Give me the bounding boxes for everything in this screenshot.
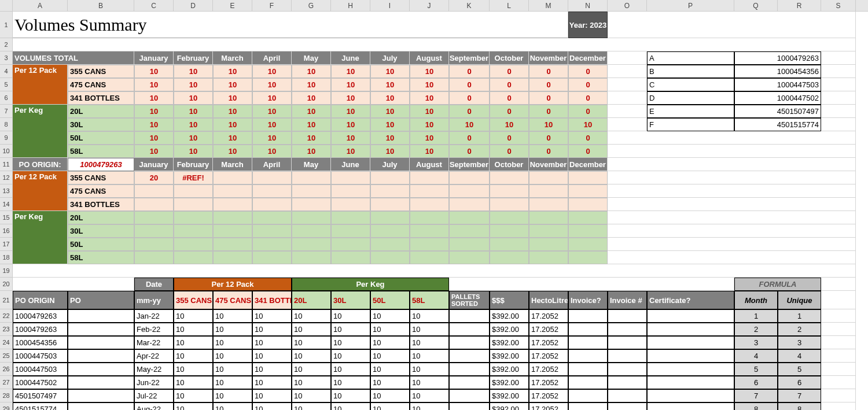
data-cell[interactable]: 17.2052 <box>529 323 568 336</box>
data-cell[interactable]: 4501507497 <box>13 389 68 402</box>
data-cell[interactable]: 10 <box>410 309 449 323</box>
data-cell[interactable]: 10 <box>252 402 292 410</box>
data-cell[interactable]: 10 <box>292 389 331 402</box>
data-cell[interactable] <box>68 363 134 376</box>
data-cell[interactable]: 10 <box>292 309 331 323</box>
data-cell[interactable]: 10 <box>292 349 331 363</box>
data-cell[interactable]: Jan-22 <box>134 309 174 323</box>
row-header-28[interactable]: 28 <box>0 389 13 402</box>
data-cell[interactable]: 10 <box>213 349 252 363</box>
data-cell[interactable]: 10 <box>292 402 331 410</box>
data-cell[interactable]: 10 <box>252 323 292 336</box>
data-cell[interactable]: 10 <box>252 376 292 389</box>
data-cell[interactable]: $392.00 <box>490 363 529 376</box>
data-cell[interactable]: 10 <box>410 349 449 363</box>
data-cell[interactable]: 17.2052 <box>529 376 568 389</box>
data-cell[interactable]: $392.00 <box>490 323 529 336</box>
data-cell[interactable] <box>608 376 647 389</box>
data-cell[interactable]: 10 <box>331 336 370 349</box>
data-cell[interactable]: 17.2052 <box>529 402 568 410</box>
row-header-4[interactable]: 4 <box>0 65 13 78</box>
data-cell[interactable] <box>68 349 134 363</box>
data-cell[interactable]: 10 <box>292 336 331 349</box>
data-cell[interactable] <box>449 349 490 363</box>
col-header-F[interactable]: F <box>252 0 292 11</box>
col-header-H[interactable]: H <box>331 0 370 11</box>
data-cell[interactable]: 10 <box>370 349 410 363</box>
data-cell[interactable]: 10 <box>292 363 331 376</box>
col-header-I[interactable]: I <box>370 0 410 11</box>
row-header-17[interactable]: 17 <box>0 238 13 251</box>
row-header-21[interactable]: 21 <box>0 291 13 309</box>
data-cell[interactable] <box>68 309 134 323</box>
data-cell[interactable]: 10 <box>331 309 370 323</box>
data-cell[interactable]: 10 <box>213 336 252 349</box>
col-header-P[interactable]: P <box>647 0 734 11</box>
data-cell[interactable]: Jun-22 <box>134 376 174 389</box>
data-cell[interactable] <box>449 336 490 349</box>
col-header-O[interactable]: O <box>608 0 647 11</box>
data-cell[interactable]: 10 <box>331 323 370 336</box>
data-cell[interactable]: 10 <box>292 376 331 389</box>
data-cell[interactable] <box>449 309 490 323</box>
data-cell[interactable]: 10 <box>252 309 292 323</box>
row-header-15[interactable]: 15 <box>0 211 13 224</box>
data-cell[interactable] <box>647 389 734 402</box>
data-cell[interactable]: 10 <box>174 376 213 389</box>
col-header-Q[interactable]: Q <box>734 0 778 11</box>
data-cell[interactable]: 10 <box>174 363 213 376</box>
data-cell[interactable]: 10 <box>410 402 449 410</box>
col-header-C[interactable]: C <box>134 0 174 11</box>
row-header-8[interactable]: 8 <box>0 118 13 131</box>
data-cell[interactable] <box>647 402 734 410</box>
data-cell[interactable]: Apr-22 <box>134 349 174 363</box>
data-cell[interactable]: 10 <box>213 309 252 323</box>
data-cell[interactable]: 10 <box>213 363 252 376</box>
data-cell[interactable]: $392.00 <box>490 349 529 363</box>
data-cell[interactable]: 10 <box>331 376 370 389</box>
data-cell[interactable] <box>68 389 134 402</box>
data-cell[interactable]: 10 <box>370 376 410 389</box>
row-header-25[interactable]: 25 <box>0 349 13 363</box>
data-cell[interactable]: Feb-22 <box>134 323 174 336</box>
data-cell[interactable]: 10 <box>252 389 292 402</box>
data-cell[interactable]: 10 <box>331 402 370 410</box>
data-cell[interactable]: 10 <box>213 376 252 389</box>
data-cell[interactable] <box>647 323 734 336</box>
data-cell[interactable] <box>568 389 608 402</box>
data-cell[interactable]: 10 <box>252 363 292 376</box>
row-header-22[interactable]: 22 <box>0 309 13 323</box>
row-header-26[interactable]: 26 <box>0 363 13 376</box>
row-header-27[interactable]: 27 <box>0 376 13 389</box>
row-header-23[interactable]: 23 <box>0 323 13 336</box>
data-cell[interactable]: 10 <box>331 349 370 363</box>
data-cell[interactable]: 10 <box>174 336 213 349</box>
row-header-1[interactable]: 1 <box>0 12 13 38</box>
data-cell[interactable]: 1000447502 <box>13 376 68 389</box>
data-cell[interactable]: 17.2052 <box>529 349 568 363</box>
data-cell[interactable] <box>68 402 134 410</box>
col-header-R[interactable]: R <box>778 0 821 11</box>
data-cell[interactable] <box>647 349 734 363</box>
col-header-E[interactable]: E <box>213 0 252 11</box>
data-cell[interactable]: 17.2052 <box>529 336 568 349</box>
po-origin-value[interactable]: 1000479263 <box>68 158 134 171</box>
spreadsheet-grid[interactable]: Volumes SummaryYear: 2023VOLUMES TOTALJa… <box>13 12 868 410</box>
row-header-18[interactable]: 18 <box>0 251 13 264</box>
data-cell[interactable] <box>449 376 490 389</box>
row-header-2[interactable]: 2 <box>0 38 13 51</box>
data-cell[interactable]: 10 <box>370 323 410 336</box>
data-cell[interactable] <box>68 336 134 349</box>
data-cell[interactable]: 10 <box>292 323 331 336</box>
data-cell[interactable]: 10 <box>252 349 292 363</box>
data-cell[interactable]: Aug-22 <box>134 402 174 410</box>
data-cell[interactable]: 10 <box>331 389 370 402</box>
data-cell[interactable] <box>568 349 608 363</box>
data-cell[interactable]: 10 <box>370 363 410 376</box>
data-cell[interactable]: 10 <box>370 402 410 410</box>
data-cell[interactable] <box>608 309 647 323</box>
data-cell[interactable]: 10 <box>174 389 213 402</box>
data-cell[interactable]: 1000479263 <box>13 309 68 323</box>
col-header-G[interactable]: G <box>292 0 331 11</box>
data-cell[interactable]: Jul-22 <box>134 389 174 402</box>
